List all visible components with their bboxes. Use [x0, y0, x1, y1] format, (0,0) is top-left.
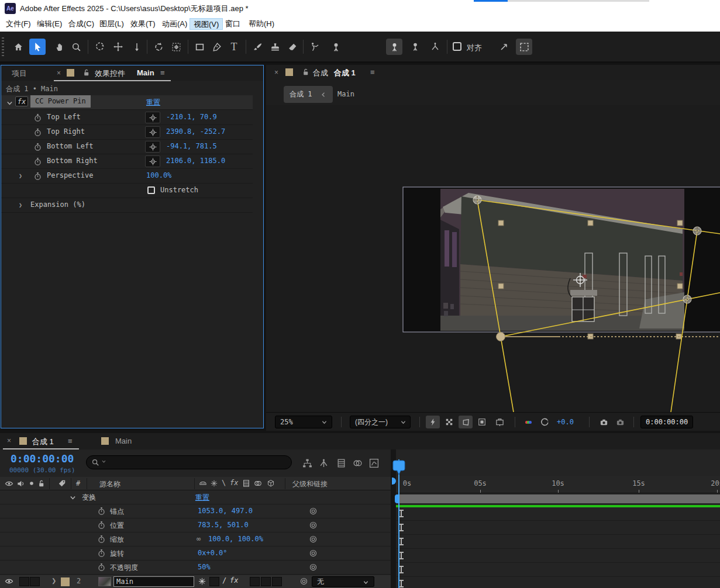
puppet-bend-pin[interactable] [427, 39, 443, 55]
pickwhip-icon[interactable] [309, 563, 318, 572]
menu-animation[interactable]: 动画(A) [159, 18, 191, 30]
composition-flowchart-icon[interactable] [301, 456, 314, 469]
draft-3d-icon[interactable] [317, 456, 330, 469]
layer-name-field[interactable]: Main [113, 576, 194, 587]
pickwhip-icon[interactable] [309, 521, 318, 530]
stopwatch-icon[interactable] [33, 172, 42, 181]
stopwatch-icon[interactable] [97, 535, 106, 544]
panel-menu-icon[interactable]: ≡ [370, 68, 375, 77]
puppet-starch-pin[interactable] [407, 39, 423, 55]
mask-visibility-icon[interactable] [459, 416, 473, 428]
work-area-bar[interactable] [398, 494, 720, 503]
tab-project[interactable]: 项目 [12, 68, 27, 79]
corner-pin-top-right[interactable] [693, 227, 701, 235]
menu-layer[interactable]: 图层(L) [96, 18, 128, 30]
menu-composition[interactable]: 合成(C) [65, 18, 98, 30]
roto-brush-tool[interactable] [306, 39, 323, 55]
track-row-anchor[interactable] [396, 521, 720, 535]
switch-box[interactable] [209, 577, 219, 586]
stopwatch-icon[interactable] [33, 128, 42, 137]
brush-tool[interactable] [249, 39, 266, 55]
point-picker-button[interactable] [145, 126, 160, 138]
align-checkbox[interactable] [453, 42, 461, 53]
chevron-right-icon[interactable]: ❯ [19, 202, 22, 208]
menu-edit[interactable]: 编辑(E) [33, 18, 66, 30]
effect-reset-link[interactable]: 重置 [146, 98, 160, 108]
collapse-transform-icon[interactable] [198, 577, 206, 586]
clone-stamp-tool[interactable] [267, 39, 283, 55]
playhead-line[interactable] [398, 459, 399, 588]
eraser-tool[interactable] [284, 39, 301, 55]
source-name-column-header[interactable]: 源名称 [99, 479, 120, 489]
marquee-options[interactable] [516, 39, 532, 55]
current-timecode[interactable]: 0:00:00:00 [11, 452, 74, 465]
playhead-pin[interactable] [392, 460, 405, 475]
frame-blending-icon[interactable] [351, 456, 364, 469]
pen-tool[interactable] [208, 39, 225, 55]
effect-header-row[interactable]: fx CC Power Pin 重置 [1, 95, 253, 110]
tab-effect-controls-comp[interactable]: Main [137, 68, 154, 77]
point-picker-button[interactable] [145, 141, 160, 153]
tab-composition[interactable]: 合成 [313, 68, 328, 78]
channel-selector-icon[interactable] [521, 416, 535, 428]
puppet-pin-tool[interactable] [328, 39, 344, 55]
home-tool[interactable] [10, 39, 26, 55]
search-input[interactable] [86, 455, 292, 469]
viewer-breadcrumb-layer[interactable]: Main [337, 90, 354, 98]
menu-window[interactable]: 窗口 [222, 18, 244, 30]
dolly-camera-tool[interactable] [129, 39, 145, 55]
prop-value[interactable]: -94.1, 781.5 [166, 142, 217, 150]
close-tab-icon[interactable]: × [57, 69, 61, 77]
close-tab-icon[interactable]: × [7, 437, 11, 445]
prop-value[interactable]: 100.0% [146, 171, 171, 179]
switch-box[interactable] [250, 577, 260, 586]
time-ruler[interactable]: 0s 05s 10s 15s 20s [396, 476, 720, 493]
magnification-dropdown[interactable]: 25% [275, 416, 332, 428]
pickwhip-icon[interactable] [309, 549, 318, 558]
graph-editor-icon[interactable] [367, 456, 380, 469]
stopwatch-icon[interactable] [33, 157, 42, 166]
viewer-timecode[interactable]: 0:00:00:00 [640, 416, 693, 428]
prop-value[interactable]: 0x+0.0° [198, 549, 228, 557]
exposure-reset-icon[interactable] [538, 416, 552, 428]
stopwatch-icon[interactable] [97, 563, 106, 572]
corner-pin-bottom-left[interactable] [497, 333, 505, 341]
transparency-grid-icon[interactable] [442, 416, 456, 428]
prop-value[interactable]: 783.5, 501.0 [198, 521, 249, 529]
pan-camera-tool[interactable] [110, 39, 126, 55]
track-row-rotation[interactable] [396, 563, 720, 577]
tab-comp-1[interactable]: 合成 1 [32, 437, 54, 447]
panel-menu-icon[interactable]: ≡ [160, 68, 165, 77]
point-picker-button[interactable] [145, 155, 160, 167]
shy-layers-icon[interactable] [335, 456, 347, 469]
resolution-dropdown[interactable]: (四分之一) [350, 416, 411, 428]
tab-composition-name[interactable]: 合成 1 [334, 68, 356, 78]
orbit-camera-tool[interactable] [91, 39, 108, 55]
toolbar-grip[interactable] [2, 37, 4, 57]
chevron-right-icon[interactable]: ❯ [51, 577, 56, 584]
track-row-opacity[interactable] [396, 577, 720, 588]
pickwhip-icon[interactable] [299, 577, 308, 586]
corner-pin-top-left[interactable] [473, 196, 481, 204]
prop-value[interactable]: 100.0, 100.0% [208, 535, 263, 543]
transform-reset-link[interactable]: 重置 [195, 493, 209, 503]
stopwatch-icon[interactable] [97, 521, 106, 530]
chevron-right-icon[interactable]: ❯ [19, 172, 22, 179]
fx-toggle[interactable]: fx [230, 576, 238, 584]
track-row-scale[interactable] [396, 549, 720, 563]
prop-value[interactable]: 1053.0, 497.0 [198, 507, 253, 515]
switch-box[interactable] [272, 577, 282, 586]
menu-file[interactable]: 文件(F) [2, 18, 35, 30]
pickwhip-icon[interactable] [309, 535, 318, 544]
stopwatch-icon[interactable] [97, 549, 106, 558]
layer-label-swatch[interactable] [61, 577, 70, 586]
chevron-down-icon[interactable] [69, 494, 77, 501]
transform-label[interactable]: 变换 [82, 493, 96, 503]
switch-box[interactable] [261, 577, 271, 586]
rectangle-tool[interactable] [191, 39, 208, 55]
snapshot-camera-icon[interactable] [597, 416, 611, 428]
quality-toggle[interactable]: / [222, 576, 226, 584]
link-dimensions-icon[interactable]: ∞ [197, 535, 201, 543]
stopwatch-icon[interactable] [33, 143, 42, 151]
zoom-tool[interactable] [68, 39, 84, 55]
